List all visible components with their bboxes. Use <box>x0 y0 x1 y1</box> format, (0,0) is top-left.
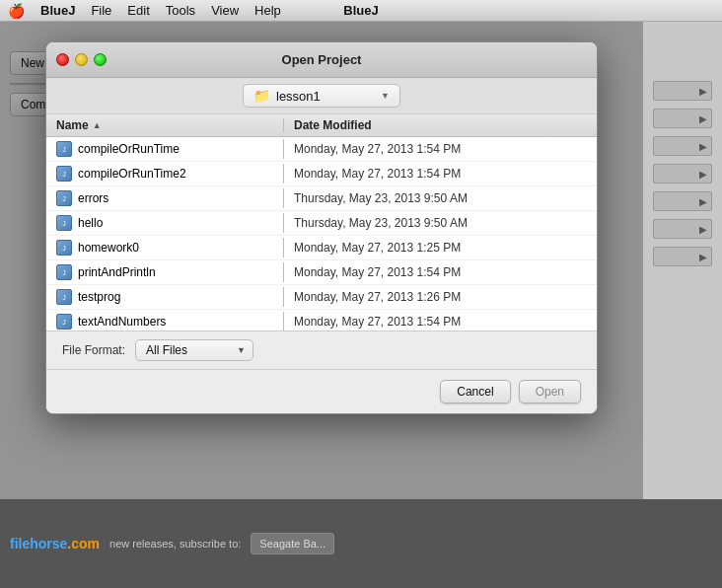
file-icon: J <box>56 166 72 182</box>
app-menu-bluej[interactable]: BlueJ <box>40 3 75 18</box>
open-button[interactable]: Open <box>519 380 581 404</box>
file-icon: J <box>56 264 72 280</box>
traffic-lights <box>56 53 107 66</box>
file-icon: J <box>56 289 72 305</box>
file-icon: J <box>56 215 72 231</box>
file-name: hello <box>78 216 103 230</box>
dialog-titlebar: Open Project <box>46 42 597 78</box>
file-icon-cell: J textAndNumbers <box>46 312 283 331</box>
folder-icon: 📁 <box>253 88 270 104</box>
sidebar-arrow-3[interactable]: ▶ <box>653 136 712 156</box>
file-icon-cell: J compileOrRunTime2 <box>46 164 283 184</box>
file-icon-cell: J errors <box>46 188 283 208</box>
sidebar-arrow-5[interactable]: ▶ <box>653 191 712 211</box>
menu-item-view[interactable]: View <box>211 3 239 18</box>
file-name: textAndNumbers <box>78 315 166 329</box>
file-date: Thursday, May 23, 2013 9:50 AM <box>284 214 597 232</box>
table-row[interactable]: J homework0 Monday, May 27, 2013 1:25 PM <box>46 236 597 260</box>
file-date: Monday, May 27, 2013 1:54 PM <box>284 313 597 331</box>
sidebar-arrow-4[interactable]: ▶ <box>653 164 712 184</box>
cancel-button[interactable]: Cancel <box>440 380 510 404</box>
file-icon-cell: J hello <box>46 213 283 233</box>
dialog-buttons: Cancel Open <box>46 370 597 413</box>
file-name: testprog <box>78 290 120 304</box>
minimize-button[interactable] <box>75 53 88 66</box>
taskbar: filehorse.com new releases, subscribe to… <box>0 499 722 588</box>
table-row[interactable]: J textAndNumbers Monday, May 27, 2013 1:… <box>46 310 597 331</box>
dialog-overlay: Open Project 📁 lesson1 ▼ Name ▲ Date Mod… <box>0 22 643 499</box>
table-row[interactable]: J testprog Monday, May 27, 2013 1:26 PM <box>46 285 597 310</box>
file-icon: J <box>56 141 72 157</box>
menu-item-file[interactable]: File <box>91 3 111 18</box>
file-rows-container: J compileOrRunTime Monday, May 27, 2013 … <box>46 137 597 331</box>
file-icon-cell: J compileOrRunTime <box>46 139 283 159</box>
format-select[interactable]: All Files BlueJ Projects <box>135 339 253 361</box>
filelist-header: Name ▲ Date Modified <box>46 114 597 137</box>
file-icon: J <box>56 190 72 206</box>
format-select-wrapper: All Files BlueJ Projects ▼ <box>135 339 253 361</box>
file-icon: J <box>56 314 72 330</box>
menu-item-tools[interactable]: Tools <box>166 3 195 18</box>
col-date-header: Date Modified <box>284 118 597 132</box>
taskbar-item[interactable]: Seagate Ba... <box>251 533 334 554</box>
menu-item-edit[interactable]: Edit <box>127 3 149 18</box>
open-project-dialog: Open Project 📁 lesson1 ▼ Name ▲ Date Mod… <box>45 41 598 414</box>
folder-selector[interactable]: 📁 lesson1 ▼ <box>243 84 400 108</box>
table-row[interactable]: J compileOrRunTime Monday, May 27, 2013 … <box>46 137 597 162</box>
chevron-down-icon: ▼ <box>381 91 390 101</box>
dialog-title: Open Project <box>282 52 362 67</box>
menubar: 🍎 BlueJ File Edit Tools View Help BlueJ <box>0 0 722 22</box>
sidebar-arrow-7[interactable]: ▶ <box>653 247 712 266</box>
folder-navbar: 📁 lesson1 ▼ <box>46 78 597 114</box>
file-name: compileOrRunTime2 <box>78 167 186 181</box>
sidebar-arrow-2[interactable]: ▶ <box>653 109 712 128</box>
filehorse-logo: filehorse.com <box>10 536 100 551</box>
maximize-button[interactable] <box>94 53 107 66</box>
col-name-header: Name ▲ <box>46 118 283 132</box>
file-name: errors <box>78 191 108 205</box>
sort-arrow-icon: ▲ <box>93 120 102 130</box>
file-date: Monday, May 27, 2013 1:25 PM <box>284 239 597 257</box>
file-date: Thursday, May 23, 2013 9:50 AM <box>284 189 597 207</box>
file-date: Monday, May 27, 2013 1:26 PM <box>284 288 597 306</box>
file-icon-cell: J homework0 <box>46 238 283 257</box>
table-row[interactable]: J compileOrRunTime2 Monday, May 27, 2013… <box>46 162 597 186</box>
folder-name: lesson1 <box>276 89 375 104</box>
logo-suffix: .com <box>67 536 100 551</box>
table-row[interactable]: J errors Thursday, May 23, 2013 9:50 AM <box>46 186 597 211</box>
table-row[interactable]: J hello Thursday, May 23, 2013 9:50 AM <box>46 211 597 236</box>
format-label: File Format: <box>62 343 125 357</box>
file-icon: J <box>56 240 72 256</box>
right-sidebar: ▶ ▶ ▶ ▶ ▶ ▶ ▶ <box>643 22 722 499</box>
file-name: homework0 <box>78 241 139 255</box>
sidebar-arrow-1[interactable]: ▶ <box>653 81 712 101</box>
file-name: printAndPrintln <box>78 265 156 279</box>
apple-menu[interactable]: 🍎 <box>8 3 25 19</box>
file-date: Monday, May 27, 2013 1:54 PM <box>284 263 597 281</box>
file-name: compileOrRunTime <box>78 142 180 156</box>
logo-text: filehorse <box>10 536 67 551</box>
taskbar-tagline: new releases, subscribe to: <box>109 537 241 551</box>
file-date: Monday, May 27, 2013 1:54 PM <box>284 165 597 183</box>
window-title: BlueJ <box>343 3 378 18</box>
menu-item-help[interactable]: Help <box>254 3 281 18</box>
table-row[interactable]: J printAndPrintln Monday, May 27, 2013 1… <box>46 260 597 285</box>
file-date: Monday, May 27, 2013 1:54 PM <box>284 140 597 158</box>
close-button[interactable] <box>56 53 69 66</box>
file-icon-cell: J printAndPrintln <box>46 262 283 282</box>
sidebar-arrow-6[interactable]: ▶ <box>653 219 712 239</box>
format-bar: File Format: All Files BlueJ Projects ▼ <box>46 331 597 370</box>
file-icon-cell: J testprog <box>46 287 283 307</box>
file-list[interactable]: Name ▲ Date Modified J compileOrRunTime … <box>46 114 597 331</box>
